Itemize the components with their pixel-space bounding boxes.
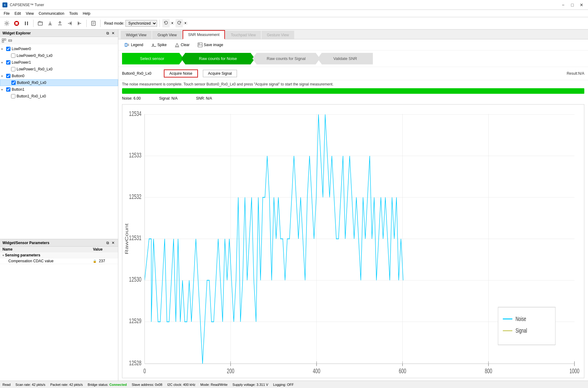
tab-touchpad-view[interactable]: Touchpad View [226, 31, 261, 39]
param-panel-title: Widget/Sensor Parameters [2, 241, 105, 245]
pause-button[interactable] [22, 19, 31, 28]
collapse-all-icon [8, 38, 12, 43]
step-label-select-sensor: Select sensor [140, 56, 164, 61]
stats-row: Noise: 6.00 Signal: N/A SNR: N/A [118, 95, 588, 102]
separator3 [100, 20, 101, 27]
menu-file[interactable]: File [1, 10, 12, 17]
tree-item-btn0[interactable]: ▾ Button0 [0, 73, 118, 79]
settings-button[interactable] [2, 19, 11, 28]
expand-icon-lp1[interactable]: ▾ [1, 61, 5, 64]
menu-tools[interactable]: Tools [67, 10, 80, 17]
menu-edit[interactable]: Edit [12, 10, 23, 17]
status-i2c-clock: I2C clock: 400 kHz [167, 383, 195, 386]
menu-view[interactable]: View [23, 10, 36, 17]
spike-button[interactable]: Spike [148, 41, 169, 49]
stop-button[interactable] [12, 19, 21, 28]
close-panel-button[interactable]: ✕ [111, 31, 116, 36]
label-btn0rx: Button0_Rx0_Lx0 [17, 81, 46, 85]
tab-gesture-view[interactable]: Gesture View [262, 31, 294, 39]
open-button[interactable] [36, 19, 45, 28]
download-button[interactable] [46, 19, 54, 28]
tab-graph-view[interactable]: Graph View [152, 31, 182, 39]
redo-button[interactable] [176, 19, 183, 27]
action-bar: Legend Spike Clear [118, 39, 588, 50]
expand-icon-btn0[interactable]: ▾ [1, 74, 5, 78]
read-mode-select[interactable]: Synchronized On demand [125, 20, 157, 27]
group-expand-icon[interactable]: ▾ [2, 254, 4, 257]
restore-param-panel-button[interactable]: ⧉ [105, 240, 110, 245]
redo-group: ▼ [176, 19, 187, 27]
legend-button[interactable]: Legend [122, 41, 146, 49]
status-bridge-group: Bridge status: Connected [88, 383, 127, 386]
tab-snr-measurement[interactable]: SNR Measurement [183, 30, 225, 39]
clear-button[interactable]: Clear [172, 41, 192, 49]
redo-dropdown[interactable]: ▼ [183, 22, 187, 25]
app-title: CAPSENSE™ Tuner [10, 3, 44, 7]
tab-bar: Widget View Graph View SNR Measurement T… [118, 30, 588, 39]
svg-rect-3 [25, 22, 26, 25]
svg-rect-9 [2, 41, 4, 42]
import-button[interactable] [65, 19, 74, 28]
upload-button[interactable] [56, 19, 64, 28]
restore-panel-button[interactable]: ⧉ [105, 31, 110, 36]
chart-area: 12528 12529 12530 12531 12532 12533 [118, 102, 588, 381]
checkbox-lp0[interactable] [6, 47, 10, 51]
checkbox-btn0[interactable] [6, 74, 10, 78]
svg-rect-47 [498, 307, 555, 345]
tab-widget-view[interactable]: Widget View [121, 31, 152, 39]
tree-item-btn1rx[interactable]: Button1_Rx0_Lx0 [0, 93, 118, 100]
status-logging: Logging: OFF [273, 383, 294, 386]
collapse-all-button[interactable] [7, 38, 13, 43]
expand-all-button[interactable] [1, 38, 7, 43]
signal-value: N/A [172, 96, 178, 101]
param-name-cdac: Compensation CDAC value [0, 258, 90, 264]
checkbox-lp0rx[interactable] [11, 53, 15, 58]
panel-controls: ⧉ ✕ [105, 31, 116, 36]
undo-button[interactable] [162, 19, 170, 27]
tree-item-lp1[interactable]: ▾ LowPower1 [0, 59, 118, 66]
checkbox-btn0rx[interactable] [11, 81, 16, 85]
svg-text:800: 800 [485, 367, 492, 375]
close-param-panel-button[interactable]: ✕ [111, 240, 116, 245]
tree-item-lp0[interactable]: ▾ LowPower0 [0, 46, 118, 52]
snr-label: SNR: [196, 96, 205, 101]
status-bridge-value: Connected [109, 383, 127, 386]
svg-rect-5 [38, 22, 42, 25]
checkbox-btn1[interactable] [6, 87, 10, 92]
download-icon [47, 21, 53, 26]
acquire-signal-button[interactable]: Acquire Signal [203, 70, 237, 77]
param-value-cdac: 🔒 237 [90, 258, 118, 264]
checkbox-lp1[interactable] [6, 60, 10, 65]
legend-icon [125, 42, 130, 47]
param-row-cdac: Compensation CDAC value 🔒 237 [0, 258, 118, 264]
tree-item-lp0rx[interactable]: LowPower0_Rx0_Lx0 [0, 52, 118, 59]
menu-help[interactable]: Help [80, 10, 93, 17]
undo-dropdown[interactable]: ▼ [170, 22, 174, 25]
tree-item-lp1rx[interactable]: LowPower1_Rx0_Lx0 [0, 66, 118, 73]
checkbox-btn1rx[interactable] [11, 94, 15, 98]
menu-communication[interactable]: Communication [36, 10, 67, 17]
svg-point-13 [199, 43, 200, 45]
maximize-button[interactable]: □ [568, 2, 576, 8]
save-image-button[interactable]: Save image [195, 41, 226, 49]
sensor-name-label: Button0_Rx0_Lx0 [122, 71, 159, 76]
undo-icon [163, 20, 169, 26]
acquire-noise-button[interactable]: Acquire Noise [164, 69, 198, 77]
separator4 [160, 20, 160, 27]
legend-label: Legend [131, 43, 143, 47]
tree-item-btn1[interactable]: ▾ Button1 [0, 86, 118, 93]
signal-stat: Signal: N/A [159, 96, 178, 101]
close-button[interactable]: ✕ [578, 2, 586, 8]
progress-bar [122, 88, 584, 94]
expand-icon-btn1[interactable]: ▾ [1, 88, 5, 91]
workflow-step-4: Validate SNR [318, 53, 373, 65]
tree-item-btn0rx[interactable]: Button0_Rx0_Lx0 [0, 79, 118, 86]
step-label-validate-snr: Validate SNR [333, 56, 357, 61]
export-button[interactable] [75, 19, 84, 28]
report-button[interactable] [89, 19, 98, 28]
minimize-button[interactable]: − [559, 2, 567, 8]
expand-icon-lp0[interactable]: ▾ [1, 47, 5, 51]
noise-label: Noise: [122, 96, 132, 101]
svg-rect-7 [2, 39, 4, 40]
checkbox-lp1rx[interactable] [11, 67, 15, 71]
